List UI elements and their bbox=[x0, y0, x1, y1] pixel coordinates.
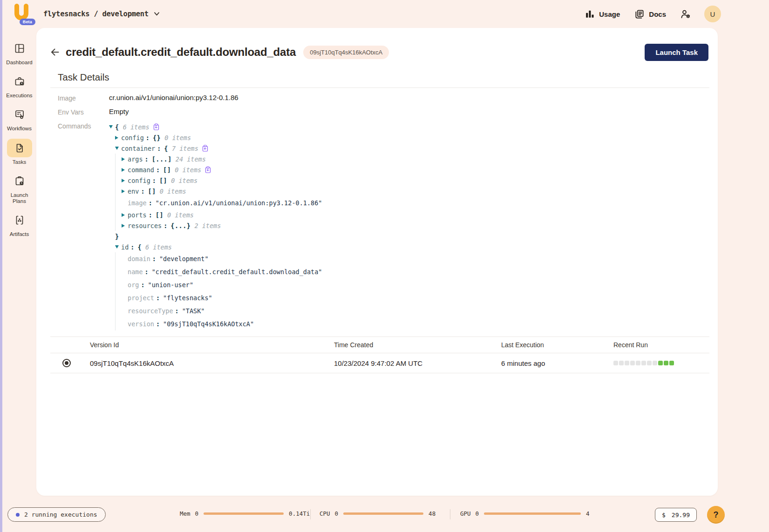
usage-label: Usage bbox=[599, 10, 620, 18]
tree-key: command bbox=[128, 166, 154, 174]
expand-arrow-icon[interactable] bbox=[122, 213, 128, 217]
copy-icon[interactable] bbox=[205, 166, 211, 173]
recent-run-square-gray[interactable] bbox=[653, 361, 657, 365]
sidebar-item-artifacts[interactable]: Artifacts bbox=[4, 211, 35, 237]
expand-arrow-icon[interactable] bbox=[122, 224, 128, 228]
executions-icon bbox=[14, 76, 25, 87]
tree-item-count: 24 items bbox=[176, 155, 206, 163]
tree-value: "TASK" bbox=[182, 307, 205, 315]
tree-value: "09sjT10qTq4sK16kAOtxcA" bbox=[163, 320, 254, 328]
breadcrumb: flytesnacks / development bbox=[43, 10, 149, 18]
collapse-arrow-icon[interactable] bbox=[115, 245, 121, 249]
collapse-arrow-icon[interactable] bbox=[115, 147, 121, 150]
usage-link[interactable]: Usage bbox=[585, 9, 620, 19]
tree-indent-guide bbox=[115, 164, 122, 175]
tree-item-count: 7 items bbox=[172, 145, 198, 152]
tree-key: image bbox=[128, 199, 147, 207]
tree-value: "flytesnacks" bbox=[163, 294, 212, 302]
running-executions-pill[interactable]: 2 running executions bbox=[7, 507, 106, 522]
recent-run-square-gray[interactable] bbox=[619, 361, 624, 365]
tree-item-count: 0 items bbox=[175, 166, 201, 174]
tree-bracket: {} bbox=[153, 134, 161, 141]
docs-label: Docs bbox=[649, 10, 666, 18]
tree-node-id: id:{6 items bbox=[115, 242, 718, 252]
help-button[interactable]: ? bbox=[707, 506, 725, 524]
tree-indent-guide bbox=[115, 304, 122, 317]
gauge-bar bbox=[204, 512, 284, 515]
tree-node-org: org:"union-user" bbox=[115, 278, 718, 291]
avatar[interactable]: U bbox=[704, 6, 721, 22]
recent-run-square-gray[interactable] bbox=[630, 361, 635, 365]
expand-arrow-icon[interactable] bbox=[115, 136, 121, 140]
recent-run-cell bbox=[613, 361, 718, 365]
tree-node-config: config:{}0 items bbox=[115, 132, 718, 143]
recent-run-square-gray[interactable] bbox=[636, 361, 640, 365]
tree-key: container bbox=[121, 145, 155, 152]
expand-arrow-icon[interactable] bbox=[122, 189, 128, 193]
tree-node-image: image:"cr.union.ai/v1/unionai/union:py3.… bbox=[115, 196, 718, 209]
version-radio[interactable] bbox=[62, 359, 71, 367]
union-logo[interactable]: Beta bbox=[11, 3, 32, 25]
recent-run-square-gray[interactable] bbox=[613, 361, 618, 365]
copy-icon[interactable] bbox=[202, 145, 208, 152]
beta-badge: Beta bbox=[20, 19, 35, 25]
tree-bracket: } bbox=[115, 233, 119, 240]
project-domain-selector[interactable]: flytesnacks / development bbox=[43, 10, 159, 18]
sidebar-item-tasks[interactable]: Tasks bbox=[4, 139, 35, 165]
launch-task-button[interactable]: Launch Task bbox=[645, 44, 708, 61]
sidebar-item-label: Workflows bbox=[7, 126, 32, 132]
sidebar-item-label: Artifacts bbox=[10, 231, 29, 237]
sidebar-item-dashboard[interactable]: Dashboard bbox=[4, 39, 35, 66]
gauge-label: GPU bbox=[460, 510, 471, 517]
recent-run-square-green[interactable] bbox=[669, 361, 674, 365]
top-bar: Beta flytesnacks / development Usage bbox=[2, 0, 769, 28]
tree-node-env: env:[]0 items bbox=[115, 186, 718, 196]
version-badge: 09sjT10qTq4sK16kAOtxcA bbox=[303, 46, 389, 59]
gauge-separator bbox=[310, 509, 311, 519]
tree-key: config bbox=[128, 177, 150, 184]
sidebar-item-launch-plans[interactable]: Launch Plans bbox=[4, 172, 35, 204]
tree-key: name bbox=[128, 268, 143, 276]
tree-node-ports: ports:[]0 items bbox=[115, 209, 718, 220]
main-panel: credit_default.credit_default.download_d… bbox=[36, 28, 718, 496]
tree-bracket: [] bbox=[148, 188, 156, 195]
user-settings-button[interactable] bbox=[680, 8, 691, 20]
tree-item-count: 0 items bbox=[164, 134, 191, 141]
usage-chart-icon bbox=[585, 9, 595, 19]
tree-indent-guide bbox=[115, 209, 122, 220]
collapse-arrow-icon[interactable] bbox=[109, 125, 115, 128]
gauge-separator bbox=[450, 509, 450, 519]
cpu-gauge: CPU048 bbox=[320, 510, 436, 517]
image-value: cr.union.ai/v1/unionai/union:py3.12-0.1.… bbox=[109, 94, 238, 101]
tree-bracket: { bbox=[137, 243, 142, 251]
expand-arrow-icon[interactable] bbox=[122, 179, 128, 182]
docs-link[interactable]: Docs bbox=[634, 9, 666, 20]
recent-run-square-gray[interactable] bbox=[625, 361, 629, 365]
tree-node-config: config:[]0 items bbox=[115, 175, 718, 186]
recent-run-square-gray[interactable] bbox=[647, 361, 652, 365]
tree-key: project bbox=[128, 294, 154, 302]
cost-button[interactable]: $ 29.99 bbox=[655, 508, 697, 522]
back-button[interactable] bbox=[49, 46, 61, 58]
last-execution-cell: 6 minutes ago bbox=[501, 359, 613, 367]
expand-arrow-icon[interactable] bbox=[122, 157, 128, 161]
recent-run-square-gray[interactable] bbox=[641, 361, 646, 365]
tree-node-command: command:[]0 items bbox=[115, 164, 718, 175]
gauge-max-value: 48 bbox=[429, 510, 436, 517]
docs-icon bbox=[634, 9, 645, 20]
gauge-max-value: 4 bbox=[586, 510, 590, 517]
gauge-max-value: 0.14Ti bbox=[289, 510, 310, 517]
mem-gauge: Mem00.14Ti bbox=[180, 510, 310, 517]
sidebar-item-executions[interactable]: Executions bbox=[4, 72, 35, 99]
recent-run-square-green[interactable] bbox=[664, 361, 668, 365]
copy-icon[interactable] bbox=[153, 123, 159, 130]
sidebar-item-workflows[interactable]: Workflows bbox=[4, 105, 35, 132]
tree-indent-guide bbox=[115, 291, 122, 304]
gauge-bar bbox=[484, 512, 581, 515]
tree-indent-guide bbox=[115, 265, 122, 278]
recent-run-square-green[interactable] bbox=[658, 361, 663, 365]
tree-bracket: {...} bbox=[170, 222, 191, 229]
expand-arrow-icon[interactable] bbox=[122, 168, 128, 172]
time-created-cell: 10/23/2024 9:47:02 AM UTC bbox=[334, 359, 501, 367]
tree-indent-guide bbox=[115, 278, 122, 291]
